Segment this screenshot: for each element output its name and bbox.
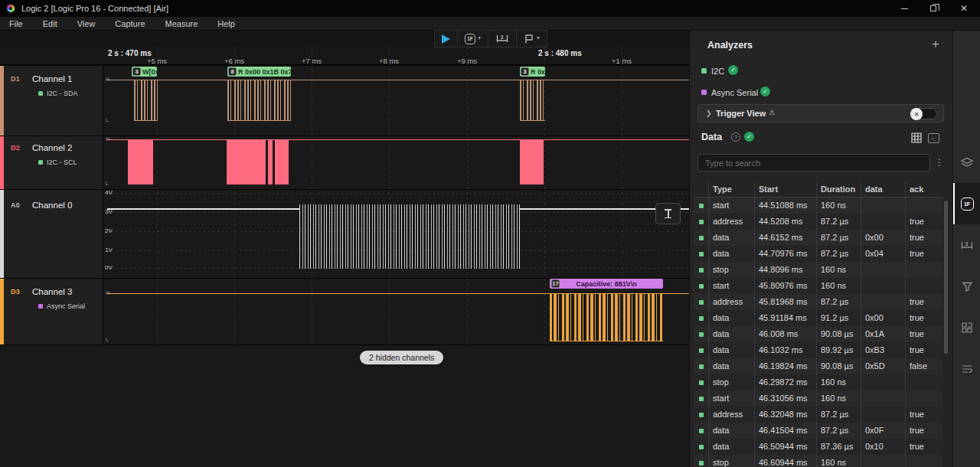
table-row[interactable]: data46.1032 ms89.92 µs0xB3true [694, 342, 942, 358]
cell-data [861, 214, 905, 230]
table-row[interactable]: address46.32048 ms87.2 µstrue [694, 407, 942, 423]
header-duration[interactable]: Duration [816, 182, 861, 197]
cell-type: address [708, 214, 754, 230]
menu-view[interactable]: View [67, 19, 106, 28]
capture-button-group: 1F ▾ 3 ▾ [434, 30, 547, 47]
cell-data [861, 262, 905, 278]
extensions-button[interactable] [953, 307, 980, 348]
cell-data [861, 374, 905, 390]
help-icon[interactable]: ? [731, 132, 740, 142]
run-capture-button[interactable] [435, 31, 457, 47]
channel1-burst [227, 80, 291, 121]
cell-ack: true [905, 294, 942, 310]
table-row[interactable]: stop46.60944 ms160 ns [694, 455, 942, 467]
table-row[interactable]: start46.31056 ms160 ns [694, 390, 942, 407]
close-button[interactable]: ✕ [949, 0, 978, 17]
gridline [389, 47, 390, 345]
cell-start: 46.31056 ms [754, 390, 816, 407]
analog-scale-1v: 1V [105, 247, 113, 253]
chevron-right-icon: ❯ [706, 109, 712, 117]
channel1-id: D1 [11, 75, 20, 83]
capture-mode-button[interactable] [953, 142, 980, 183]
channel3-analyzer: Async Serial [38, 302, 85, 310]
minimize-icon [901, 8, 908, 9]
time-ruler[interactable] [0, 47, 689, 65]
cell-type: start [708, 278, 754, 294]
menu-help[interactable]: Help [207, 19, 245, 28]
bubble-count-badge: 8 [228, 67, 237, 76]
minimize-button[interactable] [890, 0, 919, 17]
annotations-rail-button[interactable] [953, 266, 980, 307]
header-data[interactable]: data [861, 182, 905, 197]
cell-type: start [708, 198, 754, 214]
kebab-menu-icon[interactable]: ⋮ [935, 157, 944, 168]
trigger-view-row[interactable]: ❯ Trigger View ⚠ ✕ [697, 104, 944, 122]
channel2-name[interactable]: Channel 2 [32, 143, 72, 152]
table-row[interactable]: data44.6152 ms87.2 µs0x00true [694, 230, 942, 246]
table-row[interactable]: start44.51088 ms160 ns [694, 198, 942, 214]
table-row[interactable]: data46.41504 ms87.2 µs0x0Ftrue [694, 423, 942, 439]
serial-annotation-bubble: 17 Capacitive: 881\r\n [550, 279, 663, 289]
cell-type: data [708, 342, 754, 358]
maximize-icon [930, 5, 936, 11]
table-row[interactable]: data44.70976 ms87.2 µs0x04true [694, 246, 942, 262]
header-type[interactable]: Type [708, 182, 754, 197]
cell-data: 0x00 [861, 230, 905, 246]
annotations-button[interactable]: ▾ [516, 31, 547, 47]
menu-file[interactable]: File [0, 19, 33, 28]
terminal-view-icon[interactable]: >_ [928, 133, 939, 143]
header-ack[interactable]: ack [905, 182, 942, 197]
add-analyzer-button[interactable]: + [932, 37, 939, 52]
table-row[interactable]: address44.5208 ms87.2 µstrue [694, 214, 942, 230]
hex-display-button[interactable]: 1F [953, 183, 980, 224]
table-row[interactable]: data45.91184 ms91.2 µs0x00true [694, 310, 942, 326]
measurement-button[interactable] [655, 203, 681, 224]
table-row[interactable]: data46.50944 ms87.36 µs0x10true [694, 439, 942, 455]
cell-ack: true [905, 326, 942, 342]
toggle-knob-icon: ✕ [910, 108, 923, 120]
chevron-down-icon: ▾ [537, 34, 540, 41]
table-scrollbar[interactable] [944, 201, 948, 354]
cell-ack: true [905, 423, 942, 439]
cell-ack: true [905, 342, 942, 358]
cell-duration: 160 ns [816, 390, 861, 407]
maximize-button[interactable] [919, 0, 948, 17]
logic2-window: Logic 2 [Logic Pro 16 - Connected] [Air]… [0, 0, 980, 467]
flag-icon [524, 34, 534, 44]
device-settings-button[interactable]: 1F ▾ [457, 31, 488, 47]
measurements-button[interactable]: 3 [953, 224, 980, 266]
row-analyzer-dot [694, 439, 708, 455]
cell-ack: true [905, 407, 942, 423]
hex-1f-icon: 1F [961, 198, 974, 211]
channel3-name[interactable]: Channel 3 [32, 287, 72, 296]
table-row[interactable]: stop44.8096 ms160 ns [694, 262, 942, 278]
channel1-name[interactable]: Channel 1 [32, 74, 72, 83]
trigger-view-label: Trigger View [716, 109, 766, 118]
analyzer-item-i2c[interactable]: I2C [711, 67, 724, 76]
menu-measure[interactable]: Measure [155, 19, 208, 28]
capture-toolbar [0, 31, 689, 47]
menu-capture[interactable]: Capture [105, 19, 155, 28]
cell-ack: true [905, 246, 942, 262]
header-start[interactable]: Start [754, 182, 816, 197]
row-analyzer-dot [694, 374, 708, 390]
table-row[interactable]: stop46.29872 ms160 ns [694, 374, 942, 390]
table-row[interactable]: data46.19824 ms90.08 µs0x5Dfalse [694, 358, 942, 374]
table-row[interactable]: data46.008 ms90.08 µs0x1Atrue [694, 326, 942, 342]
table-row[interactable]: address45.81968 ms87.2 µstrue [694, 294, 942, 310]
analyzer-item-async-serial[interactable]: Async Serial [711, 88, 758, 97]
cell-start: 46.29872 ms [754, 374, 816, 390]
timing-markers-button[interactable]: 3 [488, 31, 516, 47]
table-row[interactable]: start45.80976 ms160 ns [694, 278, 942, 294]
row-divider [0, 136, 689, 136]
trigger-toggle[interactable]: ✕ [910, 108, 937, 119]
cell-duration: 89.92 µs [816, 342, 861, 358]
search-input[interactable] [697, 154, 930, 171]
channel2-clock-burst [275, 139, 289, 185]
channel0-name[interactable]: Channel 0 [32, 201, 72, 210]
table-view-icon[interactable] [911, 132, 922, 143]
cell-start: 44.5208 ms [754, 214, 816, 230]
notes-button[interactable] [953, 348, 980, 390]
menu-edit[interactable]: Edit [33, 19, 67, 28]
hidden-channels-pill[interactable]: 2 hidden channels [360, 351, 443, 364]
